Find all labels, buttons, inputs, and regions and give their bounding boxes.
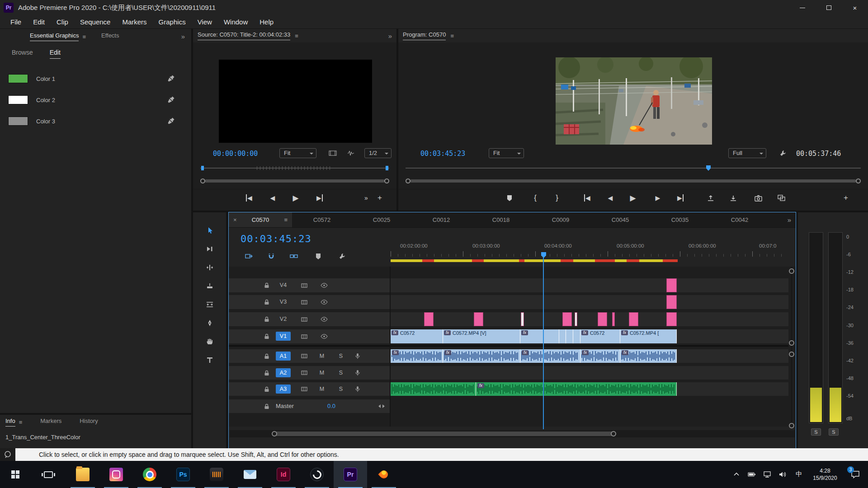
track-output-eye-icon[interactable] (320, 278, 328, 292)
video-clip[interactable]: fx C0572.MP4 [ (620, 329, 677, 343)
sequence-tab[interactable]: × C0035 ≡ (650, 212, 710, 227)
source-resolution-select[interactable]: 1/2 (364, 148, 392, 158)
close-button[interactable]: × (842, 0, 868, 15)
panel-menu-icon[interactable]: ≡ (284, 216, 288, 223)
video-clip[interactable]: fx C0572 (580, 329, 620, 343)
sync-lock-icon[interactable] (300, 366, 308, 380)
scrubber-start-marker[interactable] (201, 166, 204, 170)
source-zoom-scrollbar[interactable] (200, 178, 389, 184)
extract-button[interactable] (727, 193, 739, 203)
razor-tool[interactable] (204, 281, 215, 291)
panel-overflow-icon[interactable]: » (388, 32, 392, 40)
step-forward-button[interactable]: ▶ (314, 193, 326, 203)
sync-lock-icon[interactable] (300, 329, 308, 343)
video-clip[interactable]: fx C0572 (391, 329, 443, 343)
hand-tool[interactable] (204, 336, 215, 347)
timeline-settings-wrench-icon[interactable] (337, 251, 347, 261)
zoom-handle-right[interactable] (856, 178, 861, 183)
mail[interactable] (233, 461, 267, 488)
video-clip[interactable]: fx C0572.MP4 [V] (443, 329, 520, 343)
premiere[interactable]: Pr (334, 461, 367, 488)
sequence-tab[interactable]: × C0570 ≡ (229, 212, 292, 227)
mute-button[interactable]: M (317, 382, 326, 396)
add-marker-button[interactable] (504, 193, 515, 203)
type-tool[interactable] (204, 355, 215, 366)
program-zoom-scrollbar[interactable] (406, 178, 861, 184)
timeline-horizontal-scrollbar[interactable] (230, 430, 795, 437)
tab-overflow-icon[interactable]: » (788, 216, 791, 224)
program-zoom-select[interactable]: Fit (489, 148, 524, 158)
start-button[interactable] (0, 461, 31, 488)
mark-out-button[interactable]: } (551, 193, 563, 203)
zoom-handle-right[interactable] (384, 178, 389, 183)
sync-lock-icon[interactable] (300, 295, 308, 309)
track-badge[interactable]: A1 (276, 352, 291, 361)
sync-lock-icon[interactable] (300, 349, 308, 363)
timeline-ruler[interactable]: 00:02:00:0000:03:00:0000:04:00:0000:05:0… (391, 228, 788, 259)
solo-button[interactable]: S (336, 366, 345, 380)
graphic-clip[interactable] (629, 312, 638, 326)
go-to-in-button[interactable]: ◀ (243, 193, 255, 203)
play-button[interactable]: ▶ (290, 193, 302, 203)
menu-item[interactable]: Markers (117, 17, 151, 27)
mute-button[interactable]: M (317, 349, 326, 363)
menu-item[interactable]: Edit (28, 17, 50, 27)
video-clip[interactable]: fx (520, 329, 559, 343)
task-view-button[interactable] (31, 461, 66, 488)
nest-toggle-icon[interactable] (244, 251, 254, 261)
mark-in-button[interactable]: { (529, 193, 541, 203)
sequence-tab[interactable]: × C0045 ≡ (590, 212, 650, 227)
graphic-clip[interactable] (521, 312, 524, 326)
track-output-eye-icon[interactable] (320, 312, 328, 326)
audio-clip[interactable]: fx (620, 349, 677, 363)
flame-app[interactable] (367, 461, 401, 488)
solo-button[interactable]: S (336, 382, 345, 396)
info-panel-tab[interactable]: Markers ≡ (40, 418, 61, 427)
sequence-tab[interactable]: × C0025 ≡ (352, 212, 411, 227)
graphic-clip[interactable] (424, 312, 434, 326)
graphic-clip[interactable] (612, 312, 615, 326)
close-icon[interactable]: × (233, 216, 237, 223)
mute-button[interactable]: M (317, 366, 326, 380)
sequence-tab[interactable]: × C0018 ≡ (471, 212, 531, 227)
selection-tool[interactable] (204, 225, 215, 236)
go-to-out-button[interactable]: ▶ (675, 193, 686, 203)
graphic-clip[interactable] (666, 295, 677, 309)
lift-button[interactable] (705, 193, 717, 203)
photo-app[interactable] (99, 461, 133, 488)
zoom-handle-left[interactable] (406, 178, 410, 183)
program-timecode[interactable]: 00:03:45:23 (420, 150, 465, 158)
scroll-handle[interactable] (789, 268, 794, 274)
indesign[interactable]: Id (267, 461, 300, 488)
info-panel-tab[interactable]: History ≡ (80, 418, 98, 427)
menu-item[interactable]: Sequence (75, 17, 116, 27)
video-clip[interactable] (559, 329, 566, 343)
ripple-edit-tool[interactable] (204, 262, 215, 273)
menu-item[interactable]: File (5, 17, 26, 27)
linked-selection-icon[interactable] (289, 251, 299, 261)
solo-button[interactable]: S (336, 349, 345, 363)
scrollbar-thumb[interactable] (274, 432, 614, 436)
color-swatch[interactable] (8, 117, 28, 126)
source-zoom-select[interactable]: Fit (279, 148, 316, 158)
sequence-tab[interactable]: × C0012 ≡ (411, 212, 471, 227)
source-scrubber[interactable] (200, 165, 389, 171)
file-explorer[interactable] (66, 461, 99, 488)
timeline-timecode[interactable]: 00:03:45:23 (241, 233, 311, 244)
step-forward-button[interactable]: ▶ (652, 193, 664, 203)
solo-right-button[interactable]: S (829, 428, 839, 436)
menu-item[interactable]: View (193, 17, 217, 27)
source-video-preview[interactable] (219, 60, 372, 143)
track-badge[interactable]: V3 (276, 297, 291, 306)
volume-icon[interactable] (775, 471, 790, 478)
lock-icon[interactable] (263, 278, 270, 292)
snap-magnet-icon[interactable] (266, 251, 276, 261)
drag-audio-icon[interactable] (347, 150, 355, 157)
timeline-vertical-scrollbar[interactable] (788, 267, 795, 427)
program-playhead-marker[interactable] (706, 165, 711, 171)
panel-menu-icon[interactable]: ≡ (19, 419, 23, 426)
transport-overflow-icon[interactable]: » (360, 193, 372, 203)
graphic-clip[interactable] (666, 278, 677, 292)
track-badge[interactable]: V4 (276, 281, 291, 290)
battery-icon[interactable] (744, 472, 760, 477)
